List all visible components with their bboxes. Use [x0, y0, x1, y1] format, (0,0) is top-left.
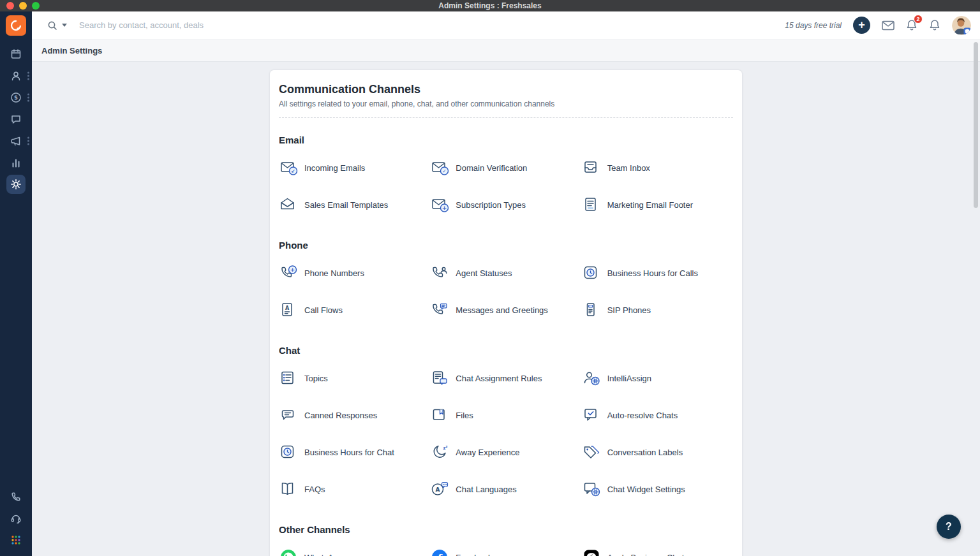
settings-item-files[interactable]: Files: [430, 397, 581, 434]
alerts-bell-icon[interactable]: [929, 19, 940, 31]
business-hours-chat-icon: [279, 444, 298, 460]
sales-email-templates-icon: [279, 196, 298, 213]
facebook-icon: f: [430, 549, 449, 556]
email-envelope-icon[interactable]: [882, 20, 895, 31]
settings-item-business-hours-for-calls[interactable]: Business Hours for Calls: [582, 254, 733, 291]
settings-item-label: SIP Phones: [607, 305, 651, 315]
settings-item-label: Facebook: [456, 553, 492, 556]
sidebar-item-campaigns[interactable]: [0, 130, 32, 152]
settings-item-label: WhatsApp: [304, 553, 343, 556]
svg-text:+: +: [442, 205, 447, 211]
settings-item-label: Apple Business Chat: [607, 553, 685, 556]
intelliassign-icon: [582, 370, 601, 386]
app-switcher-icon: [6, 530, 26, 550]
subscription-types-icon: +: [430, 196, 449, 213]
settings-item-intelliassign[interactable]: IntelliAssign: [582, 360, 733, 397]
settings-item-facebook[interactable]: fFacebook: [430, 539, 581, 556]
settings-item-phone-numbers[interactable]: +Phone Numbers: [279, 254, 430, 291]
sidebar-top-items: $: [0, 43, 32, 195]
settings-item-apple-business-chat[interactable]: Apple Business Chat: [582, 539, 733, 556]
chat-assignment-rules-icon: [430, 370, 449, 386]
phone-icon: [6, 487, 26, 506]
svg-text:A: A: [285, 305, 290, 311]
canned-responses-icon: [279, 407, 298, 423]
settings-item-agent-statuses[interactable]: Agent Statuses: [430, 254, 581, 291]
page-subtitle: All settings related to your email, phon…: [279, 99, 733, 108]
sidebar-item-app-switcher[interactable]: [0, 529, 32, 551]
section-email: Email↙Incoming Emails✓Domain Verificatio…: [279, 135, 733, 223]
settings-item-label: Agent Statuses: [456, 268, 512, 278]
settings-item-faqs[interactable]: FAQs: [279, 471, 430, 508]
sidebar: $: [0, 11, 32, 556]
marketing-email-footer-icon: [582, 196, 601, 213]
sidebar-item-calendar[interactable]: [0, 43, 32, 65]
settings-item-marketing-email-footer[interactable]: Marketing Email Footer: [582, 186, 733, 223]
settings-item-domain-verification[interactable]: ✓Domain Verification: [430, 149, 581, 186]
kebab-menu-icon[interactable]: [27, 72, 29, 80]
settings-item-chat-languages[interactable]: AChat Languages: [430, 471, 581, 508]
notification-bell-icon[interactable]: 2: [906, 19, 917, 31]
settings-item-team-inbox[interactable]: Team Inbox: [582, 149, 733, 186]
settings-item-away-experience[interactable]: zzAway Experience: [430, 434, 581, 471]
items-grid: TopicsChat Assignment RulesIntelliAssign…: [279, 360, 733, 508]
user-avatar[interactable]: [952, 16, 971, 35]
traffic-lights: [6, 2, 40, 10]
settings-item-canned-responses[interactable]: Canned Responses: [279, 397, 430, 434]
settings-item-label: Domain Verification: [456, 163, 527, 173]
freshworks-logo-icon[interactable]: [6, 15, 26, 36]
sidebar-item-phone[interactable]: [0, 486, 32, 508]
kebab-menu-icon[interactable]: [27, 137, 29, 145]
team-inbox-icon: [582, 159, 601, 176]
settings-item-call-flows[interactable]: ACall Flows: [279, 291, 430, 328]
settings-icon: [6, 175, 26, 194]
zoom-window-button[interactable]: [32, 2, 40, 10]
add-new-button[interactable]: +: [853, 17, 870, 34]
calendar-icon: [6, 45, 26, 64]
settings-item-messages-and-greetings[interactable]: Messages and Greetings: [430, 291, 581, 328]
minimize-window-button[interactable]: [19, 2, 27, 10]
settings-item-sales-email-templates[interactable]: Sales Email Templates: [279, 186, 430, 223]
section-chat: ChatTopicsChat Assignment RulesIntelliAs…: [279, 345, 733, 508]
kebab-menu-icon[interactable]: [27, 94, 29, 102]
settings-item-auto-resolve-chats[interactable]: Auto-resolve Chats: [582, 397, 733, 434]
settings-item-subscription-types[interactable]: +Subscription Types: [430, 186, 581, 223]
settings-item-topics[interactable]: Topics: [279, 360, 430, 397]
svg-text:z: z: [446, 444, 448, 448]
agent-statuses-icon: [430, 265, 449, 281]
search-icon[interactable]: [47, 20, 57, 31]
settings-item-business-hours-for-chat[interactable]: Business Hours for Chat: [279, 434, 430, 471]
settings-item-label: Chat Languages: [456, 485, 516, 494]
close-window-button[interactable]: [6, 2, 14, 10]
conversations-icon: [6, 110, 26, 129]
breadcrumb[interactable]: Admin Settings: [41, 46, 102, 55]
settings-item-sip-phones[interactable]: SIP Phones: [582, 291, 733, 328]
window-title: Admin Settings : Freshsales: [438, 1, 541, 10]
vertical-scrollbar[interactable]: [974, 42, 978, 208]
settings-item-whatsapp[interactable]: WhatsApp: [279, 539, 430, 556]
sidebar-item-conversations[interactable]: [0, 108, 32, 130]
section-title: Chat: [279, 345, 733, 356]
help-widget-button[interactable]: ?: [937, 515, 961, 539]
settings-item-label: Away Experience: [456, 448, 519, 457]
sidebar-item-analytics[interactable]: [0, 152, 32, 173]
settings-item-conversation-labels[interactable]: Conversation Labels: [582, 434, 733, 471]
top-navigation: 15 days free trial + 2: [32, 11, 980, 40]
settings-item-label: Canned Responses: [304, 411, 377, 420]
settings-item-incoming-emails[interactable]: ↙Incoming Emails: [279, 149, 430, 186]
settings-item-label: Files: [456, 411, 473, 420]
svg-text:↙: ↙: [291, 168, 295, 174]
search-input[interactable]: [79, 20, 373, 30]
sidebar-item-help[interactable]: [0, 508, 32, 529]
help-icon: [6, 509, 26, 528]
sidebar-item-contacts[interactable]: [0, 65, 32, 87]
search-scope-caret-icon[interactable]: [62, 24, 67, 27]
call-flows-icon: A: [279, 302, 298, 318]
incoming-emails-icon: ↙: [279, 159, 298, 176]
settings-item-label: Call Flows: [304, 305, 343, 315]
settings-item-chat-assignment-rules[interactable]: Chat Assignment Rules: [430, 360, 581, 397]
sidebar-item-deals[interactable]: $: [0, 87, 32, 108]
sidebar-item-settings[interactable]: [0, 173, 32, 195]
topnav-right-cluster: 15 days free trial + 2: [785, 16, 971, 35]
settings-item-chat-widget-settings[interactable]: Chat Widget Settings: [582, 471, 733, 508]
main-content: Communication Channels All settings rela…: [32, 62, 980, 556]
